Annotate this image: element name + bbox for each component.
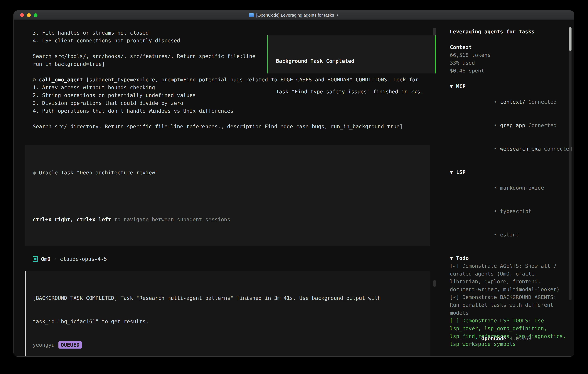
mcp-section-header[interactable]: ▼MCP xyxy=(450,83,567,90)
bullet-icon: • xyxy=(494,208,500,215)
hint-keys: ctrl+x right, ctrl+x left xyxy=(33,217,111,222)
message-footer: yeongyu QUEUED xyxy=(33,341,421,349)
todo-section-header[interactable]: ▼Todo xyxy=(450,254,567,262)
app-name: OpenCode xyxy=(481,335,506,342)
context-used: 33% used xyxy=(450,59,567,67)
bullet-icon: • xyxy=(475,335,481,343)
mcp-status: Connected xyxy=(544,146,572,152)
agent-header: OmO · claude-opus-4-5 xyxy=(14,255,444,263)
progress-moon-icon: ◐ xyxy=(336,13,339,18)
message-list: [BACKGROUND TASK COMPLETED] Task "Resear… xyxy=(14,271,444,356)
mcp-list: •context7Connected •grep_appConnected •w… xyxy=(450,90,567,161)
chevron-down-icon: ▼ xyxy=(450,255,453,261)
zoom-window-button[interactable] xyxy=(34,13,37,17)
oracle-hint: ctrl+x right, ctrl+x left to navigate be… xyxy=(33,216,421,223)
agent-icon xyxy=(33,256,38,262)
agent-name: OmO xyxy=(41,255,51,263)
lsp-item: •typescript xyxy=(450,200,567,223)
lsp-section-header[interactable]: ▼LSP xyxy=(450,168,567,176)
chevron-down-icon: ▼ xyxy=(450,83,453,89)
app-window: [OpenCode] Leveraging agents for tasks ◐… xyxy=(14,11,574,356)
mcp-status: Connected xyxy=(528,99,556,105)
minimize-window-button[interactable] xyxy=(27,13,31,17)
hint-text: to navigate between subagent sessions xyxy=(111,217,230,222)
bullet-icon: • xyxy=(494,184,500,192)
oracle-task-title: ◉ Oracle Task "Deep architecture review" xyxy=(33,169,421,177)
session-title: Leveraging agents for tasks xyxy=(450,28,567,36)
mcp-item: •grep_appConnected xyxy=(450,114,567,137)
close-window-button[interactable] xyxy=(20,13,24,17)
mcp-name: websearch_exa xyxy=(500,146,541,152)
log-line: Search src/ directory. Return specific f… xyxy=(14,123,444,130)
todo-item: [ ] Demonstrate AST-GREP: Pattern search… xyxy=(450,356,567,356)
tool-name: call_omo_agent xyxy=(39,77,83,83)
window-title: [OpenCode] Leveraging agents for tasks ◐ xyxy=(14,13,574,18)
context-spent: $0.46 spent xyxy=(450,67,567,75)
todo-item: [✓] Demonstrate BACKGROUND AGENTS: Run p… xyxy=(450,293,567,317)
sidebar-scrollbar-track[interactable] xyxy=(569,27,571,300)
window-controls xyxy=(14,13,37,17)
gear-icon: ⚙ xyxy=(33,77,36,83)
message-line: [BACKGROUND TASK COMPLETED] Task "Resear… xyxy=(33,294,421,302)
context-tokens: 66,518 tokens xyxy=(450,51,567,59)
sidebar-scrollbar-thumb[interactable] xyxy=(569,27,571,51)
main-scrollbar-thumb[interactable] xyxy=(433,280,436,287)
mcp-item: •websearch_exaConnected xyxy=(450,137,567,161)
terminal-main: 3. File handles or streams not closed 4.… xyxy=(14,20,444,356)
message-user: yeongyu xyxy=(33,341,55,349)
mcp-section: ▼MCP •context7Connected •grep_appConnect… xyxy=(450,83,567,161)
toast-body: Task "Find type safety issues" finished … xyxy=(276,88,427,96)
blank-line xyxy=(14,115,444,123)
lsp-name: markdown-oxide xyxy=(500,185,544,191)
window-title-text: [OpenCode] Leveraging agents for tasks xyxy=(256,13,334,18)
bullet-icon: • xyxy=(494,145,500,153)
lsp-item: •markdown-oxide xyxy=(450,176,567,200)
todo-item: [✓] Demonstrate AGENTS: Show all 7 curat… xyxy=(450,262,567,293)
context-section: Context 66,518 tokens 33% used $0.46 spe… xyxy=(450,43,567,75)
toast-title: Background Task Completed xyxy=(276,57,427,65)
bullet-icon: • xyxy=(494,231,500,239)
separator-dot: · xyxy=(51,255,60,263)
lsp-name: typescript xyxy=(500,208,531,214)
chevron-down-icon: ▼ xyxy=(450,169,453,175)
status-badge: QUEUED xyxy=(58,341,82,349)
lsp-list: •markdown-oxide •typescript •eslint xyxy=(450,176,567,246)
bullet-icon: • xyxy=(494,122,500,129)
titlebar[interactable]: [OpenCode] Leveraging agents for tasks ◐ xyxy=(14,11,574,20)
background-task-toast: Background Task Completed Task "Find typ… xyxy=(267,35,436,73)
mcp-item: •context7Connected xyxy=(450,90,567,114)
message-block: [BACKGROUND TASK COMPLETED] Task "Resear… xyxy=(25,271,430,356)
mcp-status: Connected xyxy=(528,122,556,128)
bullet-icon: • xyxy=(494,98,500,106)
lsp-name: eslint xyxy=(500,232,519,238)
mcp-name: context7 xyxy=(500,99,525,105)
agent-model: claude-opus-4-5 xyxy=(60,255,107,263)
lsp-item: •eslint xyxy=(450,223,567,246)
session-sidebar: Leveraging agents for tasks Context 66,5… xyxy=(444,20,574,356)
app-version-footer: •OpenCode 1.0.163 xyxy=(450,327,531,350)
app-doc-icon xyxy=(249,13,254,17)
oracle-task-panel[interactable]: ◉ Oracle Task "Deep architecture review"… xyxy=(25,145,430,246)
app-version: 1.0.163 xyxy=(506,335,531,342)
blank-line xyxy=(33,192,421,200)
context-header: Context xyxy=(450,43,567,51)
message-line: task_id="bg_dcfac161" to get results. xyxy=(33,318,421,325)
mcp-name: grep_app xyxy=(500,122,525,128)
lsp-section: ▼LSP •markdown-oxide •typescript •eslint xyxy=(450,168,567,246)
record-icon: ◉ xyxy=(33,170,36,176)
